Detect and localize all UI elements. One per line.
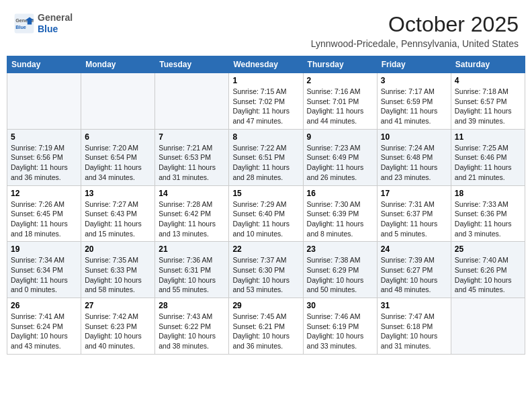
calendar-cell: 22Sunrise: 7:37 AM Sunset: 6:30 PM Dayli… (229, 242, 303, 298)
calendar-cell: 11Sunrise: 7:25 AM Sunset: 6:46 PM Dayli… (451, 129, 525, 185)
day-number: 13 (85, 189, 151, 198)
day-number: 18 (455, 189, 521, 198)
day-number: 25 (455, 244, 521, 254)
day-info: Sunrise: 7:41 AM Sunset: 6:24 PM Dayligh… (11, 312, 77, 351)
calendar-cell: 19Sunrise: 7:34 AM Sunset: 6:34 PM Dayli… (7, 242, 81, 298)
weekday-header-tuesday: Tuesday (155, 56, 229, 73)
calendar-cell: 28Sunrise: 7:43 AM Sunset: 6:22 PM Dayli… (155, 298, 229, 355)
calendar-cell (451, 298, 525, 355)
day-info: Sunrise: 7:16 AM Sunset: 7:01 PM Dayligh… (307, 87, 373, 126)
day-info: Sunrise: 7:45 AM Sunset: 6:21 PM Dayligh… (232, 312, 299, 351)
day-number: 21 (159, 244, 225, 254)
day-number: 10 (381, 132, 447, 142)
calendar-cell: 25Sunrise: 7:40 AM Sunset: 6:26 PM Dayli… (451, 242, 525, 298)
calendar-cell: 13Sunrise: 7:27 AM Sunset: 6:43 PM Dayli… (81, 185, 155, 242)
day-number: 17 (381, 189, 447, 198)
day-info: Sunrise: 7:29 AM Sunset: 6:40 PM Dayligh… (232, 199, 299, 239)
day-number: 20 (85, 244, 151, 254)
day-number: 2 (307, 76, 373, 85)
calendar-cell: 10Sunrise: 7:24 AM Sunset: 6:48 PM Dayli… (377, 129, 451, 185)
calendar-cell: 30Sunrise: 7:46 AM Sunset: 6:19 PM Dayli… (303, 298, 377, 355)
weekday-header-friday: Friday (377, 56, 451, 73)
day-info: Sunrise: 7:38 AM Sunset: 6:29 PM Dayligh… (307, 255, 373, 295)
day-info: Sunrise: 7:42 AM Sunset: 6:23 PM Dayligh… (85, 312, 151, 351)
day-info: Sunrise: 7:27 AM Sunset: 6:43 PM Dayligh… (85, 199, 151, 239)
day-number: 26 (11, 301, 77, 310)
calendar-cell: 4Sunrise: 7:18 AM Sunset: 6:57 PM Daylig… (451, 73, 525, 130)
calendar-cell: 21Sunrise: 7:36 AM Sunset: 6:31 PM Dayli… (155, 242, 229, 298)
calendar-cell: 27Sunrise: 7:42 AM Sunset: 6:23 PM Dayli… (81, 298, 155, 355)
logo-icon: General Blue (13, 13, 35, 34)
day-info: Sunrise: 7:46 AM Sunset: 6:19 PM Dayligh… (307, 312, 373, 351)
calendar-cell: 17Sunrise: 7:31 AM Sunset: 6:37 PM Dayli… (377, 185, 451, 242)
calendar-cell: 12Sunrise: 7:26 AM Sunset: 6:45 PM Dayli… (7, 185, 81, 242)
page-header: General Blue General Blue October 2025 L… (7, 7, 525, 52)
calendar-cell: 18Sunrise: 7:33 AM Sunset: 6:36 PM Dayli… (451, 185, 525, 242)
weekday-header-row: SundayMondayTuesdayWednesdayThursdayFrid… (7, 56, 525, 73)
calendar-week-5: 26Sunrise: 7:41 AM Sunset: 6:24 PM Dayli… (7, 298, 525, 355)
calendar-cell (155, 73, 229, 130)
day-number: 15 (232, 189, 299, 198)
day-info: Sunrise: 7:21 AM Sunset: 6:53 PM Dayligh… (159, 143, 225, 183)
day-number: 3 (381, 76, 447, 85)
weekday-header-thursday: Thursday (303, 56, 377, 73)
day-number: 29 (232, 301, 299, 310)
calendar-week-1: 1Sunrise: 7:15 AM Sunset: 7:02 PM Daylig… (7, 73, 525, 130)
day-number: 8 (232, 132, 299, 142)
calendar-cell: 16Sunrise: 7:30 AM Sunset: 6:39 PM Dayli… (303, 185, 377, 242)
calendar-cell: 9Sunrise: 7:23 AM Sunset: 6:49 PM Daylig… (303, 129, 377, 185)
day-info: Sunrise: 7:31 AM Sunset: 6:37 PM Dayligh… (381, 199, 447, 239)
day-info: Sunrise: 7:18 AM Sunset: 6:57 PM Dayligh… (455, 87, 521, 126)
svg-text:Blue: Blue (15, 24, 26, 30)
day-info: Sunrise: 7:43 AM Sunset: 6:22 PM Dayligh… (159, 312, 225, 351)
title-block: October 2025 Lynnwood-Pricedale, Pennsyl… (311, 12, 519, 49)
month-title: October 2025 (311, 12, 519, 37)
day-number: 30 (307, 301, 373, 310)
calendar-cell: 2Sunrise: 7:16 AM Sunset: 7:01 PM Daylig… (303, 73, 377, 130)
day-number: 7 (159, 132, 225, 142)
weekday-header-monday: Monday (81, 56, 155, 73)
day-info: Sunrise: 7:17 AM Sunset: 6:59 PM Dayligh… (381, 87, 447, 126)
day-number: 14 (159, 189, 225, 198)
day-info: Sunrise: 7:36 AM Sunset: 6:31 PM Dayligh… (159, 255, 225, 295)
calendar-cell (7, 73, 81, 130)
day-info: Sunrise: 7:19 AM Sunset: 6:56 PM Dayligh… (11, 143, 77, 183)
logo-blue: Blue (38, 24, 73, 35)
day-info: Sunrise: 7:23 AM Sunset: 6:49 PM Dayligh… (307, 143, 373, 183)
calendar-cell: 3Sunrise: 7:17 AM Sunset: 6:59 PM Daylig… (377, 73, 451, 130)
calendar-cell: 6Sunrise: 7:20 AM Sunset: 6:54 PM Daylig… (81, 129, 155, 185)
day-info: Sunrise: 7:30 AM Sunset: 6:39 PM Dayligh… (307, 199, 373, 239)
day-number: 27 (85, 301, 151, 310)
calendar-week-2: 5Sunrise: 7:19 AM Sunset: 6:56 PM Daylig… (7, 129, 525, 185)
day-info: Sunrise: 7:35 AM Sunset: 6:33 PM Dayligh… (85, 255, 151, 295)
day-number: 19 (11, 244, 77, 254)
day-info: Sunrise: 7:47 AM Sunset: 6:18 PM Dayligh… (381, 312, 447, 351)
day-info: Sunrise: 7:28 AM Sunset: 6:42 PM Dayligh… (159, 199, 225, 239)
day-number: 31 (381, 301, 447, 310)
calendar-cell: 23Sunrise: 7:38 AM Sunset: 6:29 PM Dayli… (303, 242, 377, 298)
day-number: 22 (232, 244, 299, 254)
calendar-cell: 31Sunrise: 7:47 AM Sunset: 6:18 PM Dayli… (377, 298, 451, 355)
day-info: Sunrise: 7:20 AM Sunset: 6:54 PM Dayligh… (85, 143, 151, 183)
day-number: 6 (85, 132, 151, 142)
day-info: Sunrise: 7:24 AM Sunset: 6:48 PM Dayligh… (381, 143, 447, 183)
day-info: Sunrise: 7:40 AM Sunset: 6:26 PM Dayligh… (455, 255, 521, 295)
day-info: Sunrise: 7:34 AM Sunset: 6:34 PM Dayligh… (11, 255, 77, 295)
calendar-cell: 26Sunrise: 7:41 AM Sunset: 6:24 PM Dayli… (7, 298, 81, 355)
day-number: 5 (11, 132, 77, 142)
calendar-cell: 24Sunrise: 7:39 AM Sunset: 6:27 PM Dayli… (377, 242, 451, 298)
calendar-cell: 29Sunrise: 7:45 AM Sunset: 6:21 PM Dayli… (229, 298, 303, 355)
calendar-cell: 7Sunrise: 7:21 AM Sunset: 6:53 PM Daylig… (155, 129, 229, 185)
day-info: Sunrise: 7:37 AM Sunset: 6:30 PM Dayligh… (232, 255, 299, 295)
day-number: 12 (11, 189, 77, 198)
day-number: 1 (232, 76, 299, 85)
day-number: 16 (307, 189, 373, 198)
day-number: 4 (455, 76, 521, 85)
calendar-cell: 15Sunrise: 7:29 AM Sunset: 6:40 PM Dayli… (229, 185, 303, 242)
location-text: Lynnwood-Pricedale, Pennsylvania, United… (311, 38, 519, 49)
logo: General Blue General Blue (13, 12, 73, 35)
weekday-header-sunday: Sunday (7, 56, 81, 73)
weekday-header-wednesday: Wednesday (229, 56, 303, 73)
calendar-week-3: 12Sunrise: 7:26 AM Sunset: 6:45 PM Dayli… (7, 185, 525, 242)
day-number: 24 (381, 244, 447, 254)
